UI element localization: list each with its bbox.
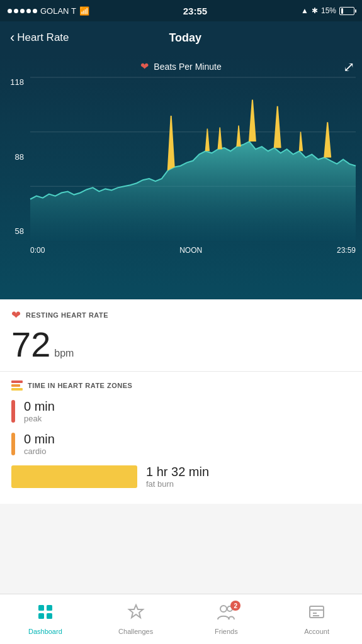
x-label-noon: NOON xyxy=(179,246,202,255)
zone-fatburn-bar xyxy=(11,465,137,488)
nav-item-account[interactable]: Account xyxy=(271,594,362,644)
zones-icon xyxy=(11,380,23,391)
challenges-icon xyxy=(127,603,145,625)
status-bar: GOLAN T 📶 23:55 ▲ ✱ 15% xyxy=(0,0,362,21)
page-title: Today xyxy=(19,31,352,45)
chart-legend-label: Beats Per Minute xyxy=(154,62,221,72)
zones-section-label: TIME IN HEART RATE ZONES xyxy=(28,382,132,389)
svg-rect-5 xyxy=(38,613,44,619)
bluetooth-icon: ✱ xyxy=(312,6,318,15)
zone-peak-row: 0 min peak xyxy=(11,399,351,423)
battery-icon xyxy=(339,7,354,15)
resting-bpm-unit: bpm xyxy=(54,348,74,359)
svg-marker-7 xyxy=(129,605,143,618)
wifi-icon: 📶 xyxy=(79,6,89,16)
resting-heart-rate-block: ❤ RESTING HEART RATE 72 bpm xyxy=(0,299,362,372)
battery-percent: 15% xyxy=(321,6,336,15)
nav-bar: ‹ Heart Rate Today xyxy=(0,21,362,54)
zone-fatburn-value: 1 hr 32 min xyxy=(146,465,209,479)
x-label-end: 23:59 xyxy=(337,246,356,255)
nav-friends-label: Friends xyxy=(215,628,238,635)
svg-rect-4 xyxy=(47,605,52,611)
account-icon xyxy=(308,603,325,625)
zone-cardio-indicator xyxy=(11,433,15,455)
zone-cardio-value: 0 min xyxy=(24,432,55,447)
zone-fatburn-name: fat burn xyxy=(146,479,209,489)
heart-rate-zones-block: TIME IN HEART RATE ZONES 0 min peak 0 mi… xyxy=(0,372,362,504)
zone-fatburn-row: 1 hr 32 min fat burn xyxy=(11,465,351,489)
nav-challenges-label: Challenges xyxy=(118,628,153,635)
heart-icon: ❤ xyxy=(140,60,149,72)
zone-peak-name: peak xyxy=(24,414,55,423)
svg-rect-3 xyxy=(38,605,44,611)
chart-legend: ❤ Beats Per Minute xyxy=(0,60,362,72)
expand-button[interactable]: ⤢ xyxy=(343,59,354,75)
chart-x-axis: 0:00 NOON 23:59 xyxy=(30,246,356,255)
y-label-118: 118 xyxy=(6,77,24,87)
stats-section: ❤ RESTING HEART RATE 72 bpm TIME IN HEAR… xyxy=(0,299,362,504)
resting-section-label: RESTING HEART RATE xyxy=(26,311,108,319)
y-label-88: 88 xyxy=(6,152,24,162)
zone-peak-value: 0 min xyxy=(24,399,55,414)
back-chevron-icon: ‹ xyxy=(10,31,14,45)
svg-point-8 xyxy=(220,606,227,612)
friends-badge: 2 xyxy=(230,601,240,611)
x-label-start: 0:00 xyxy=(30,246,45,255)
zone-cardio-name: cardio xyxy=(24,447,55,456)
heart-rate-chart xyxy=(30,77,356,241)
bottom-nav: Dashboard Challenges 2 Friends xyxy=(0,594,362,644)
time-display: 23:55 xyxy=(183,6,207,16)
dashboard-icon xyxy=(37,603,54,625)
chart-area: ❤ Beats Per Minute ⤢ 118 88 58 xyxy=(0,54,362,299)
resting-bpm-value: 72 xyxy=(11,327,50,362)
nav-item-dashboard[interactable]: Dashboard xyxy=(0,594,91,644)
zone-peak-indicator xyxy=(11,400,15,423)
signal-dots xyxy=(8,9,37,13)
status-right: ▲ ✱ 15% xyxy=(301,6,354,15)
nav-dashboard-label: Dashboard xyxy=(28,628,62,635)
location-icon: ▲ xyxy=(301,6,308,15)
nav-account-label: Account xyxy=(304,628,329,635)
y-label-58: 58 xyxy=(6,226,24,236)
resting-heart-icon: ❤ xyxy=(11,308,21,322)
status-left: GOLAN T 📶 xyxy=(8,6,89,16)
nav-item-friends[interactable]: 2 Friends xyxy=(181,594,272,644)
zone-cardio-row: 0 min cardio xyxy=(11,432,351,456)
svg-rect-6 xyxy=(47,613,52,619)
carrier-label: GOLAN T xyxy=(40,6,76,16)
nav-item-challenges[interactable]: Challenges xyxy=(91,594,181,644)
